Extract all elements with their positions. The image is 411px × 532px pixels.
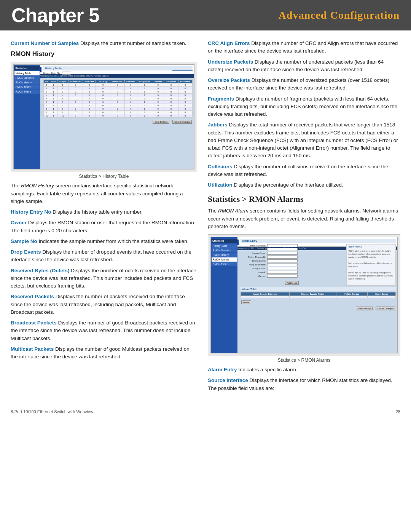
right-column: CRC Align Errors Displays the number of …: [208, 40, 400, 395]
ss-history-table: No. Port Sample Broadcast Multicast CRC …: [43, 80, 193, 118]
ss2-falling-event-input[interactable]: [267, 267, 298, 270]
ss2-sidebar-history[interactable]: History Table: [212, 244, 237, 248]
collisions-term: Collisions: [208, 164, 233, 169]
rmon-history-body: The RMON History screen contains interfa…: [11, 182, 197, 205]
sample-no-term: Sample No: [11, 238, 37, 244]
table-row: 818000000000: [44, 107, 193, 111]
ss2-add-list-btn[interactable]: Add to List: [285, 281, 299, 285]
received-packets-para: Received Packets Displays the number of …: [11, 293, 197, 316]
utilization-para: Utilization Displays the percentage of t…: [208, 181, 400, 189]
screenshot-inner: LINKSYS 8-port 10/100 Ethernet Switch wi…: [13, 64, 194, 169]
ss2-row-owner: Owner:: [241, 275, 343, 278]
footer-right: 28: [396, 409, 400, 414]
table-row: 111000000000: [44, 83, 193, 87]
multicast-packets-para: Multicast Packets Displays the number of…: [11, 345, 197, 361]
table-row: 717000000000: [44, 104, 193, 107]
ss2-row-alarm-interface: Alarm Interface:: [241, 244, 343, 247]
ss-sidebar-rmon-stats[interactable]: RMON Statistics: [14, 76, 40, 80]
owner-para: Owner Displays the RMON station or user …: [11, 219, 197, 235]
ss2-sample-type-input[interactable]: [267, 252, 298, 255]
ss2-alarm-table: Alarm Counter Interface Counter Sample R…: [241, 292, 396, 298]
table-row: 919000000000: [44, 111, 193, 114]
ss2-sidebar: Statistics History Table RMON Statistics…: [211, 237, 237, 353]
history-table-screenshot: LINKSYS 8-port 10/100 Ethernet Switch wi…: [11, 62, 197, 172]
rmon-alarms-caption: Statistics > RMON Alarms: [208, 358, 400, 363]
history-entry-no-term: History Entry No: [11, 209, 51, 215]
ss2-help-panel: RMON Alarms RMON alarms provide a mechan…: [346, 244, 396, 286]
ss-sidebar-rmon-hist[interactable]: RMON History: [14, 80, 40, 85]
rmon-history-heading: RMON History: [11, 50, 197, 58]
crc-align-para: CRC Align Errors Displays the number of …: [208, 40, 400, 55]
ss-history-entry-input[interactable]: [62, 72, 71, 75]
table-row: [241, 297, 396, 298]
ss2-rising-threshold-input[interactable]: [267, 256, 298, 259]
ss2-body: Statistics History Table RMON Statistics…: [211, 250, 397, 353]
ss-sidebar-title: Statistics: [14, 66, 40, 70]
drop-events-para: Drop Events Displays the number of dropp…: [11, 248, 197, 264]
alarm-entry-term: Alarm Entry: [208, 367, 237, 372]
ss2-row-rising-event: Rising Event:: [241, 259, 343, 262]
table-row: 313000000000: [44, 90, 193, 94]
ss2-sidebar-rmon-events[interactable]: RMON Events: [212, 262, 237, 266]
ss2-row-rising-threshold: Rising Threshold:: [241, 256, 343, 259]
table-row: 212000000000: [44, 87, 193, 90]
ss2-form-area: Alarm Interface: Counter Name: Sample Ty…: [241, 244, 396, 286]
history-table-caption: Statistics > History Table: [11, 174, 197, 179]
ss-sidebar-rmon-events[interactable]: RMON Events: [14, 89, 40, 94]
received-bytes-para: Received Bytes (Octets) Displays the num…: [11, 267, 197, 290]
ss2-sidebar-rmon-stats[interactable]: RMON Statistics: [212, 248, 237, 252]
ss2-delete-btn[interactable]: Delete: [241, 300, 251, 304]
page-header: Chapter 5 Advanced Configuration: [0, 0, 411, 30]
main-content: Current Number of Samples Displays the c…: [0, 30, 411, 403]
ss2-sidebar-title: Statistics: [212, 239, 237, 243]
ss2-alarm-form-title: Alarm Entry: [241, 239, 396, 243]
ss-sidebar-history[interactable]: History Table: [14, 71, 40, 75]
ss2-row-interval: Interval:: [241, 271, 343, 274]
current-samples-para: Current Number of Samples Displays the c…: [11, 40, 197, 47]
oversize-term: Oversize Packets: [208, 77, 250, 83]
ss2-sidebar-rmon-hist[interactable]: RMON History: [212, 253, 237, 257]
collisions-para: Collisions Displays the number of collis…: [208, 163, 400, 179]
page-footer: 8-Port 10/100 Ethernet Switch with Webvi…: [0, 407, 411, 416]
rmon-alarms-heading: Statistics > RMON Alarms: [208, 194, 400, 204]
alarm-entry-para: Alarm Entry Indicates a specific alarm.: [208, 366, 400, 374]
ss2-row-falling-event: Falling Alarm:: [241, 267, 343, 270]
ss2-owner-input[interactable]: [267, 275, 298, 278]
page-title: Advanced Configuration: [279, 9, 400, 21]
ss2-main: Alarm Entry Alarm Interface: Counter Nam…: [239, 237, 397, 353]
ss-main: History Table History Entry No: ⟳ Refres…: [42, 65, 194, 169]
broadcast-packets-term: Broadcast Packets: [11, 320, 57, 326]
ss2-row-counter-name: Counter Name:: [241, 248, 343, 251]
ss2-sidebar-rmon-alarms[interactable]: RMON Alarms: [212, 257, 237, 262]
ss-table-title: History Table: [43, 66, 193, 70]
ss2-rising-event-input[interactable]: [267, 259, 298, 262]
ss2-counter-name-input[interactable]: [267, 248, 298, 251]
ss2-interval-input[interactable]: [267, 271, 298, 274]
sample-no-para: Sample No Indicates the sample number fr…: [11, 238, 197, 245]
table-row: 616000000000: [44, 101, 193, 104]
ss2-cancel-changes-btn[interactable]: Cancel Changes: [376, 307, 395, 310]
source-interface-para: Source Interface Displays the interface …: [208, 377, 400, 392]
ss2-help-title: RMON Alarms: [348, 246, 394, 249]
ss-refresh-btn[interactable]: ⟳ Refresh Table: [43, 76, 193, 79]
ss-sidebar-rmon-alarms[interactable]: RMON Alarms: [14, 85, 40, 89]
ss-sidebar: Statistics History Table RMON Statistics…: [14, 65, 40, 169]
ss2-falling-threshold-input[interactable]: [267, 263, 298, 266]
fragments-term: Fragments: [208, 96, 234, 102]
rmon-alarms-screenshot: LINKSYS 8-port 10/100 Ethernet Switch wi…: [208, 234, 400, 356]
table-row: 10110000000000: [44, 114, 193, 118]
utilization-term: Utilization: [208, 182, 233, 188]
ss2-save-settings-btn[interactable]: Save Settings: [356, 307, 373, 310]
ss2-alarm-interface-input[interactable]: [267, 244, 298, 247]
oversize-para: Oversize Packets Displays the number of …: [208, 77, 400, 92]
table-row: 515000000000: [44, 97, 193, 101]
ss-cancel-changes-btn[interactable]: Cancel Changes: [172, 120, 192, 124]
rmon-history-italic: RMON History: [21, 183, 54, 189]
jabbers-para: Jabbers Displays the total number of rec…: [208, 121, 400, 160]
ss-buttons: Save Settings Cancel Changes: [43, 119, 193, 125]
ss2-inner: LINKSYS 8-port 10/100 Ethernet Switch wi…: [210, 237, 398, 353]
ss-save-settings-btn[interactable]: Save Settings: [153, 120, 169, 124]
undersize-term: Undersize Packets: [208, 59, 253, 65]
multicast-packets-term: Multicast Packets: [11, 346, 54, 352]
left-column: Current Number of Samples Displays the c…: [11, 40, 197, 395]
